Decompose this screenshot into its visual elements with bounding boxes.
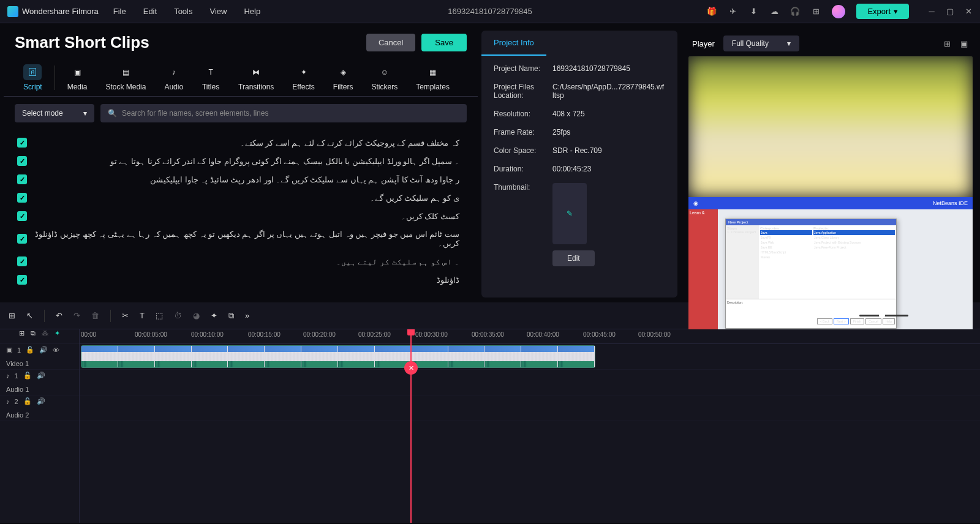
- tab-audio[interactable]: ♪Audio: [156, 62, 192, 94]
- mute-icon[interactable]: 🔊: [37, 372, 45, 380]
- track-video1[interactable]: [80, 344, 980, 370]
- delete-button[interactable]: 🗑: [91, 311, 99, 320]
- layout-icon[interactable]: ⊞: [9, 311, 15, 320]
- apps-icon[interactable]: ⊞: [811, 7, 821, 17]
- save-button[interactable]: Save: [421, 34, 467, 51]
- edit-thumbnail-button[interactable]: Edit: [552, 250, 595, 266]
- menu-edit[interactable]: Edit: [143, 7, 157, 16]
- script-checkbox[interactable]: [17, 275, 27, 285]
- quality-dropdown[interactable]: Full Quality ▾: [723, 36, 799, 51]
- tab-titles[interactable]: TTitles: [193, 62, 228, 94]
- script-checkbox[interactable]: [17, 138, 27, 148]
- redo-button[interactable]: ↷: [74, 311, 80, 320]
- info-row-colorspace: Color Space:SDR - Rec.709: [494, 146, 665, 155]
- project-info-tab[interactable]: Project Info: [481, 31, 546, 56]
- more-tools-icon[interactable]: »: [245, 311, 249, 320]
- select-mode-label: Select mode: [22, 109, 63, 118]
- script-text[interactable]: کسٹ کلک کریں۔: [34, 212, 464, 221]
- color-tool-icon[interactable]: ◕: [193, 311, 200, 320]
- script-panel: Smart Short Clips Cancel Save 🄰Script ▣M…: [0, 23, 481, 302]
- download-icon[interactable]: ⬇: [748, 7, 758, 17]
- script-text[interactable]: ست ٹائم اس میں جو فیچر ہیں وہ اتبل ہوتے …: [34, 230, 464, 248]
- track-audio1[interactable]: [80, 370, 980, 395]
- tab-stock-media[interactable]: ▤Stock Media: [97, 62, 154, 94]
- track-magnet-icon[interactable]: ⁂: [42, 329, 48, 337]
- tab-script[interactable]: 🄰Script: [15, 62, 51, 94]
- export-button[interactable]: Export ▾: [856, 4, 909, 19]
- tab-transitions[interactable]: ⧓Transitions: [230, 62, 282, 94]
- script-text[interactable]: کہ مختلف قسم کے پروجیکٹ کرائے کرنے کے لئ…: [34, 138, 464, 148]
- tab-filters[interactable]: ◈Filters: [325, 62, 362, 94]
- script-checkbox[interactable]: [17, 211, 27, 221]
- minimize-button[interactable]: ─: [927, 7, 936, 16]
- grid-view-icon[interactable]: ⊞: [942, 39, 952, 48]
- dialog-steps: Steps 1. Choose Project: [726, 225, 759, 299]
- undo-button[interactable]: ↶: [56, 311, 62, 320]
- script-text[interactable]: ی کو ہم سلیکٹ کریں گے۔: [34, 193, 464, 203]
- eye-icon[interactable]: 👁: [53, 346, 59, 354]
- script-checkbox[interactable]: [17, 193, 27, 203]
- tab-effects-label: Effects: [292, 83, 314, 91]
- tab-stickers[interactable]: ☺Stickers: [363, 62, 407, 94]
- track-manage-icon[interactable]: ⊞: [19, 329, 24, 337]
- ai-tool-icon[interactable]: ✦: [211, 311, 217, 320]
- track-audio2[interactable]: [80, 395, 980, 421]
- mute-icon[interactable]: 🔊: [39, 346, 48, 354]
- time-ruler[interactable]: 00:00 00:00:05:00 00:00:10:00 00:00:15:0…: [80, 329, 980, 344]
- menu-help[interactable]: Help: [244, 7, 260, 16]
- text-tool-icon[interactable]: T: [140, 311, 145, 320]
- lock-icon[interactable]: 🔓: [23, 397, 32, 405]
- category-item: Java: [760, 230, 812, 235]
- script-text[interactable]: ۔ سمپل اگر ہالو ورلڈ ایپلیکیشن یا بالکل …: [34, 157, 464, 166]
- snapshot-icon[interactable]: ▣: [959, 39, 969, 48]
- user-avatar[interactable]: [832, 5, 845, 18]
- script-text[interactable]: ڈاؤنلوڈ: [34, 275, 464, 285]
- speed-tool-icon[interactable]: ⏱: [174, 311, 182, 320]
- tab-templates[interactable]: ▦Templates: [407, 62, 458, 94]
- mute-icon[interactable]: 🔊: [37, 397, 45, 405]
- lock-icon[interactable]: 🔓: [26, 346, 34, 354]
- script-checkbox[interactable]: [17, 256, 27, 266]
- cut-button[interactable]: ✂: [122, 311, 129, 320]
- player-tab[interactable]: Player: [692, 39, 715, 48]
- menu-file[interactable]: File: [113, 7, 126, 16]
- headphones-icon[interactable]: 🎧: [790, 7, 800, 17]
- dialog-buttons: < Back Next > Finish Cancel Help: [726, 317, 896, 326]
- track-auto-icon[interactable]: ✦: [55, 329, 60, 337]
- dialog-body: Steps 1. Choose Project Categories: Java…: [726, 225, 896, 299]
- playhead[interactable]: [410, 329, 412, 523]
- tab-media[interactable]: ▣Media: [59, 62, 96, 94]
- clip-segment: [228, 346, 265, 367]
- script-text[interactable]: ۔ اس کو ہم سلیکٹ کر لیتے ہیں۔: [34, 257, 464, 266]
- crop-tool-icon[interactable]: ⬚: [156, 311, 163, 320]
- select-tool-icon[interactable]: ↖: [26, 311, 33, 320]
- close-button[interactable]: ✕: [964, 7, 973, 16]
- clip-segment: [448, 346, 485, 367]
- zoom-handle[interactable]: [879, 312, 885, 318]
- thumbnail-box[interactable]: ✎: [552, 183, 587, 244]
- script-checkbox[interactable]: [17, 234, 27, 244]
- cancel-button[interactable]: Cancel: [366, 34, 415, 51]
- script-checkbox[interactable]: [17, 174, 27, 184]
- gift-icon[interactable]: 🎁: [707, 7, 717, 17]
- select-mode-dropdown[interactable]: Select mode ▾: [15, 104, 94, 122]
- lock-icon[interactable]: 🔓: [23, 372, 32, 380]
- ruler-tick: 00:00:15:00: [248, 331, 281, 338]
- send-icon[interactable]: ✈: [728, 7, 737, 17]
- script-checkbox[interactable]: [17, 156, 27, 166]
- cloud-icon[interactable]: ☁: [769, 7, 779, 17]
- maximize-button[interactable]: ▢: [946, 7, 954, 16]
- chevron-down-icon: ▾: [894, 7, 898, 16]
- menu-view[interactable]: View: [209, 7, 227, 16]
- tracking-icon[interactable]: ⧉: [228, 311, 234, 321]
- tab-effects[interactable]: ✦Effects: [284, 62, 323, 94]
- script-text[interactable]: ر جاوا ودھ آنٹ کا آپشن ہم یہاں سے سلیکٹ …: [34, 175, 464, 184]
- tracks-content[interactable]: 00:00 00:00:05:00 00:00:10:00 00:00:15:0…: [80, 329, 980, 523]
- zoom-slider[interactable]: [859, 315, 908, 316]
- ruler-tick: 00:00:40:00: [527, 331, 559, 338]
- track-link-icon[interactable]: ⧉: [31, 329, 36, 337]
- new-project-dialog: New Project Steps 1. Choose Project Cate…: [725, 219, 897, 329]
- menu-tools[interactable]: Tools: [174, 7, 192, 16]
- search-input[interactable]: 🔍 Search for file names, screen elements…: [100, 104, 467, 122]
- video-clip[interactable]: [81, 345, 595, 368]
